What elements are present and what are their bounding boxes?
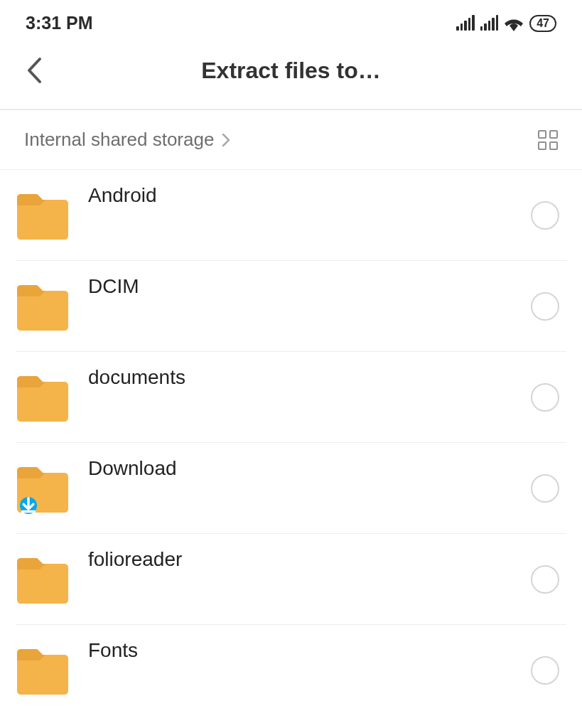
folder-row[interactable]: DCIM [0,261,582,352]
select-radio[interactable] [531,201,559,230]
breadcrumb[interactable]: Internal shared storage [24,129,231,151]
folder-row[interactable]: Android [0,170,582,261]
chevron-right-icon [221,133,231,147]
folder-name: Fonts [88,635,531,662]
back-button[interactable] [20,56,48,85]
status-icons: 47 [456,15,556,32]
select-radio[interactable] [531,474,559,503]
folder-list: Android DCIM documents Download foliorea… [0,170,582,716]
folder-name: documents [88,362,531,389]
folder-row[interactable]: Fonts [0,625,582,716]
breadcrumb-label: Internal shared storage [24,129,214,151]
download-badge-icon [20,497,37,514]
folder-row[interactable]: folioreader [0,534,582,625]
folder-icon [16,552,70,606]
chevron-left-icon [26,57,43,84]
select-radio[interactable] [531,565,559,594]
folder-icon [16,643,70,697]
view-grid-button[interactable] [538,130,558,150]
status-time: 3:31 PM [26,13,92,33]
app-header: Extract files to… [0,42,582,109]
folder-name: folioreader [88,544,531,571]
folder-row[interactable]: Download [0,443,582,534]
folder-name: Download [88,453,531,480]
status-bar: 3:31 PM 47 [0,0,582,42]
folder-row[interactable]: documents [0,352,582,443]
signal-icon [456,16,475,31]
folder-icon [16,461,70,515]
select-radio[interactable] [531,292,559,321]
page-title: Extract files to… [48,58,562,84]
battery-indicator: 47 [529,15,556,32]
folder-name: DCIM [88,271,531,298]
select-radio[interactable] [531,383,559,412]
folder-name: Android [88,180,531,207]
folder-icon [16,188,70,242]
wifi-icon [504,16,524,31]
folder-icon [16,370,70,424]
signal-icon-2 [480,16,499,31]
select-radio[interactable] [531,656,559,685]
breadcrumb-row: Internal shared storage [0,110,582,170]
folder-icon [16,279,70,333]
